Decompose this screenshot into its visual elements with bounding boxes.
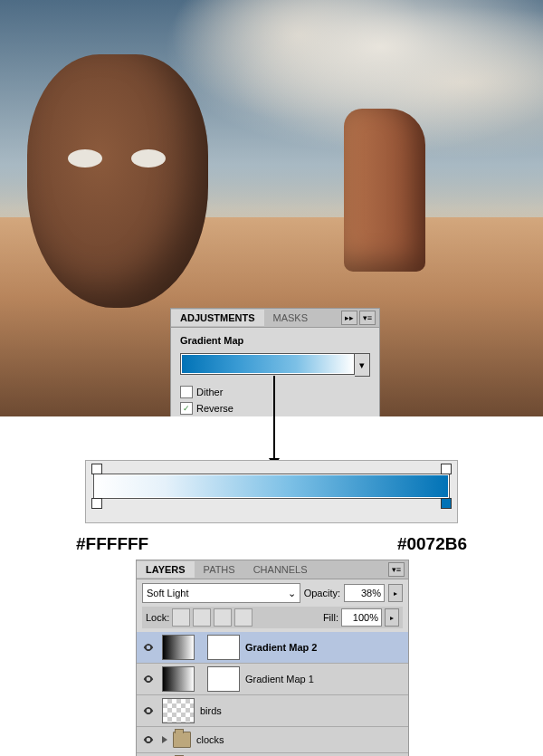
gradient-dropdown[interactable]: ▾ xyxy=(355,353,370,377)
arrow-annotation xyxy=(273,376,275,416)
composite-artwork: ADJUSTMENTS MASKS ▸▸ ▾≡ Gradient Map ▾ D… xyxy=(0,0,543,416)
gradient-preview[interactable] xyxy=(180,353,355,375)
dither-label: Dither xyxy=(196,387,223,397)
adjustments-panel: ADJUSTMENTS MASKS ▸▸ ▾≡ Gradient Map ▾ D… xyxy=(170,308,380,416)
adjustments-tabs: ADJUSTMENTS MASKS ▸▸ ▾≡ xyxy=(171,309,379,328)
panel-collapse-icon[interactable]: ▸▸ xyxy=(341,311,357,325)
hand-shape xyxy=(344,109,425,272)
panel-menu-icon[interactable]: ▾≡ xyxy=(359,311,376,325)
reverse-checkbox[interactable]: ✓ xyxy=(180,402,193,415)
tab-adjustments[interactable]: ADJUSTMENTS xyxy=(171,310,264,326)
dither-checkbox[interactable] xyxy=(180,386,193,398)
reverse-label: Reverse xyxy=(196,403,233,414)
adjustment-title: Gradient Map xyxy=(180,335,370,346)
tab-masks[interactable]: MASKS xyxy=(264,310,318,326)
stone-mask-head xyxy=(27,54,208,308)
